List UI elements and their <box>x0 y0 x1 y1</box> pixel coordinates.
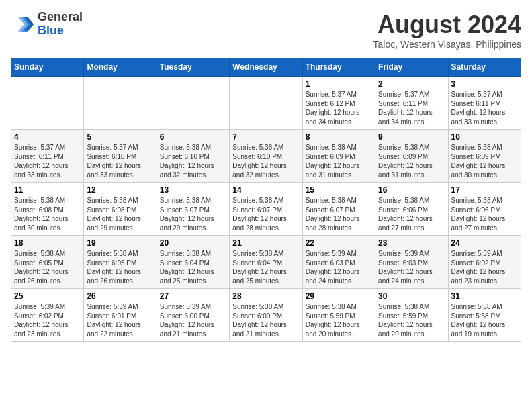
calendar-cell <box>11 77 84 130</box>
calendar-cell: 19Sunrise: 5:38 AM Sunset: 6:05 PM Dayli… <box>84 236 157 289</box>
day-info: Sunrise: 5:38 AM Sunset: 6:04 PM Dayligh… <box>232 249 299 285</box>
logo: General Blue <box>11 11 83 38</box>
day-info: Sunrise: 5:38 AM Sunset: 6:06 PM Dayligh… <box>378 196 445 232</box>
col-header-saturday: Saturday <box>448 58 521 77</box>
day-number: 30 <box>378 291 445 301</box>
day-info: Sunrise: 5:38 AM Sunset: 6:00 PM Dayligh… <box>232 302 299 338</box>
day-info: Sunrise: 5:38 AM Sunset: 6:06 PM Dayligh… <box>451 196 518 232</box>
header: General Blue August 2024 Taloc, Western … <box>11 11 521 50</box>
logo-icon <box>11 12 35 36</box>
calendar-cell: 21Sunrise: 5:38 AM Sunset: 6:04 PM Dayli… <box>230 236 302 289</box>
calendar-cell: 1Sunrise: 5:37 AM Sunset: 6:12 PM Daylig… <box>302 77 375 130</box>
day-number: 21 <box>232 238 299 248</box>
day-info: Sunrise: 5:39 AM Sunset: 6:00 PM Dayligh… <box>160 302 226 338</box>
col-header-thursday: Thursday <box>302 58 375 77</box>
week-row-4: 18Sunrise: 5:38 AM Sunset: 6:05 PM Dayli… <box>11 236 521 289</box>
day-info: Sunrise: 5:38 AM Sunset: 5:59 PM Dayligh… <box>306 302 372 338</box>
day-info: Sunrise: 5:39 AM Sunset: 6:02 PM Dayligh… <box>451 249 518 285</box>
day-info: Sunrise: 5:37 AM Sunset: 6:11 PM Dayligh… <box>451 90 518 126</box>
day-number: 3 <box>451 79 518 89</box>
calendar-cell: 6Sunrise: 5:38 AM Sunset: 6:10 PM Daylig… <box>157 130 229 183</box>
day-number: 25 <box>14 291 81 301</box>
day-number: 27 <box>160 291 226 301</box>
day-number: 13 <box>160 185 226 195</box>
header-row: SundayMondayTuesdayWednesdayThursdayFrid… <box>11 58 521 77</box>
calendar-cell: 12Sunrise: 5:38 AM Sunset: 6:08 PM Dayli… <box>84 183 157 236</box>
day-number: 18 <box>14 238 81 248</box>
day-info: Sunrise: 5:38 AM Sunset: 6:07 PM Dayligh… <box>160 196 226 232</box>
calendar-cell: 15Sunrise: 5:38 AM Sunset: 6:07 PM Dayli… <box>302 183 375 236</box>
day-number: 17 <box>451 185 518 195</box>
day-info: Sunrise: 5:38 AM Sunset: 5:59 PM Dayligh… <box>378 302 445 338</box>
calendar-cell: 8Sunrise: 5:38 AM Sunset: 6:09 PM Daylig… <box>302 130 375 183</box>
calendar-cell: 29Sunrise: 5:38 AM Sunset: 5:59 PM Dayli… <box>302 289 375 342</box>
day-info: Sunrise: 5:38 AM Sunset: 6:09 PM Dayligh… <box>378 143 445 179</box>
calendar-cell: 10Sunrise: 5:38 AM Sunset: 6:09 PM Dayli… <box>448 130 521 183</box>
day-number: 24 <box>451 238 518 248</box>
day-info: Sunrise: 5:38 AM Sunset: 6:07 PM Dayligh… <box>306 196 372 232</box>
calendar-cell: 23Sunrise: 5:39 AM Sunset: 6:03 PM Dayli… <box>375 236 448 289</box>
day-info: Sunrise: 5:39 AM Sunset: 6:01 PM Dayligh… <box>87 302 153 338</box>
day-number: 10 <box>451 132 518 142</box>
calendar-cell: 26Sunrise: 5:39 AM Sunset: 6:01 PM Dayli… <box>84 289 157 342</box>
calendar-cell: 5Sunrise: 5:37 AM Sunset: 6:10 PM Daylig… <box>84 130 157 183</box>
calendar-cell: 14Sunrise: 5:38 AM Sunset: 6:07 PM Dayli… <box>230 183 302 236</box>
calendar-table: SundayMondayTuesdayWednesdayThursdayFrid… <box>11 58 521 342</box>
week-row-5: 25Sunrise: 5:39 AM Sunset: 6:02 PM Dayli… <box>11 289 521 342</box>
main-title: August 2024 <box>373 11 521 39</box>
week-row-1: 1Sunrise: 5:37 AM Sunset: 6:12 PM Daylig… <box>11 77 521 130</box>
week-row-3: 11Sunrise: 5:38 AM Sunset: 6:08 PM Dayli… <box>11 183 521 236</box>
day-number: 11 <box>14 185 81 195</box>
col-header-monday: Monday <box>84 58 157 77</box>
day-number: 31 <box>451 291 518 301</box>
title-area: August 2024 Taloc, Western Visayas, Phil… <box>373 11 521 50</box>
day-number: 14 <box>232 185 299 195</box>
calendar-cell: 25Sunrise: 5:39 AM Sunset: 6:02 PM Dayli… <box>11 289 84 342</box>
day-info: Sunrise: 5:38 AM Sunset: 6:08 PM Dayligh… <box>14 196 81 232</box>
day-number: 9 <box>378 132 445 142</box>
day-info: Sunrise: 5:38 AM Sunset: 6:10 PM Dayligh… <box>160 143 226 179</box>
calendar-cell: 20Sunrise: 5:38 AM Sunset: 6:04 PM Dayli… <box>157 236 229 289</box>
calendar-cell: 28Sunrise: 5:38 AM Sunset: 6:00 PM Dayli… <box>230 289 302 342</box>
day-info: Sunrise: 5:38 AM Sunset: 6:05 PM Dayligh… <box>14 249 81 285</box>
col-header-wednesday: Wednesday <box>230 58 302 77</box>
day-number: 29 <box>306 291 372 301</box>
day-info: Sunrise: 5:38 AM Sunset: 6:09 PM Dayligh… <box>306 143 372 179</box>
col-header-tuesday: Tuesday <box>157 58 229 77</box>
calendar-cell: 16Sunrise: 5:38 AM Sunset: 6:06 PM Dayli… <box>375 183 448 236</box>
calendar-cell <box>230 77 302 130</box>
day-info: Sunrise: 5:38 AM Sunset: 5:58 PM Dayligh… <box>451 302 518 338</box>
day-number: 19 <box>87 238 153 248</box>
calendar-cell <box>157 77 229 130</box>
day-number: 16 <box>378 185 445 195</box>
calendar-cell: 2Sunrise: 5:37 AM Sunset: 6:11 PM Daylig… <box>375 77 448 130</box>
calendar-cell: 30Sunrise: 5:38 AM Sunset: 5:59 PM Dayli… <box>375 289 448 342</box>
day-number: 8 <box>306 132 372 142</box>
calendar-cell: 27Sunrise: 5:39 AM Sunset: 6:00 PM Dayli… <box>157 289 229 342</box>
logo-line1: General <box>38 11 83 24</box>
day-info: Sunrise: 5:39 AM Sunset: 6:02 PM Dayligh… <box>14 302 81 338</box>
day-info: Sunrise: 5:38 AM Sunset: 6:09 PM Dayligh… <box>451 143 518 179</box>
day-info: Sunrise: 5:37 AM Sunset: 6:12 PM Dayligh… <box>306 90 372 126</box>
logo-line2: Blue <box>38 24 83 38</box>
day-number: 20 <box>160 238 226 248</box>
day-info: Sunrise: 5:38 AM Sunset: 6:04 PM Dayligh… <box>160 249 226 285</box>
day-info: Sunrise: 5:38 AM Sunset: 6:10 PM Dayligh… <box>232 143 299 179</box>
day-number: 28 <box>232 291 299 301</box>
calendar-cell: 11Sunrise: 5:38 AM Sunset: 6:08 PM Dayli… <box>11 183 84 236</box>
calendar-cell: 9Sunrise: 5:38 AM Sunset: 6:09 PM Daylig… <box>375 130 448 183</box>
day-number: 15 <box>306 185 372 195</box>
calendar-cell: 4Sunrise: 5:37 AM Sunset: 6:11 PM Daylig… <box>11 130 84 183</box>
calendar-cell: 18Sunrise: 5:38 AM Sunset: 6:05 PM Dayli… <box>11 236 84 289</box>
subtitle: Taloc, Western Visayas, Philippines <box>373 39 521 50</box>
day-info: Sunrise: 5:38 AM Sunset: 6:05 PM Dayligh… <box>87 249 153 285</box>
day-info: Sunrise: 5:37 AM Sunset: 6:11 PM Dayligh… <box>378 90 445 126</box>
day-info: Sunrise: 5:37 AM Sunset: 6:11 PM Dayligh… <box>14 143 81 179</box>
day-number: 7 <box>232 132 299 142</box>
day-number: 2 <box>378 79 445 89</box>
calendar-cell: 17Sunrise: 5:38 AM Sunset: 6:06 PM Dayli… <box>448 183 521 236</box>
calendar-cell: 7Sunrise: 5:38 AM Sunset: 6:10 PM Daylig… <box>230 130 302 183</box>
day-number: 4 <box>14 132 81 142</box>
calendar-cell: 22Sunrise: 5:39 AM Sunset: 6:03 PM Dayli… <box>302 236 375 289</box>
col-header-sunday: Sunday <box>11 58 84 77</box>
